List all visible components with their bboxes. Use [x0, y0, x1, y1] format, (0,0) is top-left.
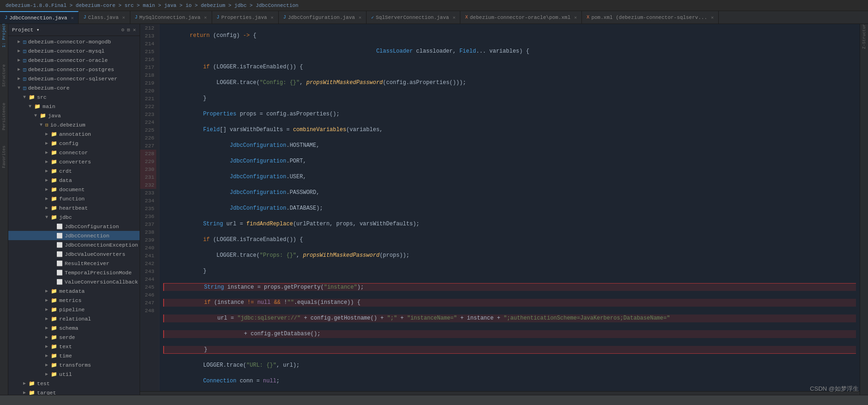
structure-panel-icon[interactable]: Structure [0, 66, 8, 85]
module-icon: ◫ [23, 39, 26, 45]
line-num-247: 247 [140, 299, 156, 307]
sidebar-item-jdbc[interactable]: ▼ 📁 jdbc [8, 212, 140, 222]
tab-java-icon2: J [83, 15, 86, 20]
sidebar-item-metrics[interactable]: ▶ 📁 metrics [8, 296, 140, 305]
tab-sqlserver[interactable]: ✓ SqlServerConnection.java ✕ [367, 11, 461, 24]
tab-oracle-pom[interactable]: X debezium-connector-oracle\pom.xml ✕ [460, 11, 582, 24]
sidebar-item-label: serde [59, 334, 75, 340]
sidebar-item-util[interactable]: ▶ 📁 util [8, 369, 140, 379]
sidebar-item-metadata[interactable]: ▶ 📁 metadata [8, 286, 140, 296]
tab-close-icon3[interactable]: ✕ [204, 15, 207, 20]
arrow-icon: ▶ [45, 140, 51, 146]
sidebar-item-jdbcconfiguration[interactable]: ⬜ JdbcConfiguration [8, 222, 140, 231]
folder-icon: 📁 [51, 371, 57, 377]
sidebar-item-connector-oracle[interactable]: ▶ ◫ debezium-connector-oracle [8, 55, 140, 65]
sidebar-item-resultreceiver[interactable]: ⬜ ResultReceiver [8, 259, 140, 268]
line-num-226: 226 [140, 134, 156, 142]
sidebar-item-main[interactable]: ▼ 📁 main [8, 102, 140, 111]
sidebar-header: Project ▾ ⚙ ⊞ ✕ [8, 24, 140, 36]
line-num-217: 217 [140, 63, 156, 71]
sidebar-item-label: io.debezium [50, 122, 86, 128]
editor-scroll[interactable]: 212 213 214 215 216 217 218 219 220 221 … [140, 24, 860, 391]
sidebar-item-jdbcvalueconverters[interactable]: ⬜ JdbcValueConverters [8, 249, 140, 259]
sidebar-item-label: metrics [59, 297, 81, 303]
project-panel-icon[interactable]: 1: Project [0, 26, 8, 44]
sidebar-close-icon[interactable]: ✕ [133, 27, 136, 33]
sidebar-item-connector-sqlserver[interactable]: ▶ ◫ debezium-connector-sqlserver [8, 74, 140, 83]
sidebar-item-converters[interactable]: ▶ 📁 converters [8, 157, 140, 166]
sidebar-settings-icon[interactable]: ⚙ [121, 27, 124, 33]
sidebar-item-crdt[interactable]: ▶ 📁 crdt [8, 166, 140, 175]
sidebar-item-jdbcconnection[interactable]: ⬜ JdbcConnection [8, 231, 140, 240]
tab-jdbcconnection[interactable]: J JdbcConnection.java ✕ [0, 11, 79, 24]
tab-mysqlconn[interactable]: J MySqlConnection.java ✕ [130, 11, 212, 24]
tab-class[interactable]: J Class.java ✕ [79, 11, 130, 24]
tab-close-icon7[interactable]: ✕ [574, 15, 577, 20]
sidebar-item-label: document [59, 187, 85, 193]
sidebar-item-connector[interactable]: ▶ 📁 connector [8, 148, 140, 157]
sidebar-item-relational[interactable]: ▶ 📁 relational [8, 314, 140, 323]
sidebar-item-function[interactable]: ▶ 📁 function [8, 194, 140, 203]
sidebar-item-jdbcconnectionexception[interactable]: ⬜ JdbcConnectionException [8, 240, 140, 249]
line-num-225: 225 [140, 126, 156, 134]
code-line-232: } [163, 346, 856, 354]
main-layout: 1: Project Structure Persistence Favorit… [0, 24, 868, 395]
sidebar-item-connector-mongodb[interactable]: ▶ ◫ debezium-connector-mongodb [8, 37, 140, 46]
line-num-248: 248 [140, 307, 156, 314]
horizontal-scrollbar[interactable] [140, 391, 860, 395]
sidebar-item-debezium-core[interactable]: ▼ ◫ debezium-core [8, 83, 140, 92]
sidebar-item-src[interactable]: ▼ 📁 src [8, 92, 140, 102]
sidebar-item-text[interactable]: ▶ 📁 text [8, 342, 140, 351]
sidebar-item-annotation[interactable]: ▶ 📁 annotation [8, 129, 140, 139]
sidebar-item-temporalprecisionmode[interactable]: ⬜ TemporalPrecisionMode [8, 268, 140, 277]
sidebar-item-data[interactable]: ▶ 📁 data [8, 175, 140, 185]
folder-icon: 📁 [29, 381, 35, 387]
sidebar-item-config[interactable]: ▶ 📁 config [8, 139, 140, 148]
tab-close-icon[interactable]: ✕ [71, 15, 73, 21]
sidebar-item-time[interactable]: ▶ 📁 time [8, 351, 140, 360]
arrow-icon: ▶ [45, 187, 51, 192]
sidebar-item-connector-postgres[interactable]: ▶ ◫ debezium-connector-postgres [8, 65, 140, 74]
java-class-icon-active: ⬜ [56, 233, 63, 239]
sidebar-item-pipeline[interactable]: ▶ 📁 pipeline [8, 305, 140, 314]
arrow-icon: ▶ [18, 39, 23, 44]
sidebar-expand-icon[interactable]: ⊞ [127, 27, 130, 33]
sidebar-item-valueconversioncallback[interactable]: ⬜ ValueConversionCallback [8, 277, 140, 286]
favorites-panel-icon[interactable]: Favorites [0, 148, 8, 166]
sidebar-item-java[interactable]: ▼ 📁 java [8, 111, 140, 120]
tab-sqlserv-pom[interactable]: X pom.xml (debezium-connector-sqlserv...… [582, 11, 719, 24]
arrow-icon: ▶ [45, 325, 51, 331]
tab-close-icon2[interactable]: ✕ [122, 15, 125, 20]
folder-icon: 📁 [51, 150, 57, 156]
tab-jdbcconfig[interactable]: J JdbcConfiguration.java ✕ [279, 11, 367, 24]
right-panel-icon[interactable]: Z-Structure [861, 26, 868, 44]
tab-close-icon6[interactable]: ✕ [452, 15, 455, 20]
editor-content: 212 213 214 215 216 217 218 219 220 221 … [140, 24, 860, 391]
sidebar-item-transforms[interactable]: ▶ 📁 transforms [8, 360, 140, 369]
tab-java-icon: J [5, 15, 7, 20]
line-num-243: 243 [140, 267, 156, 275]
arrow-icon: ▶ [45, 353, 51, 358]
sidebar-item-document[interactable]: ▶ 📁 document [8, 185, 140, 194]
arrow-icon: ▶ [23, 381, 29, 386]
tab-xml-icon: X [465, 15, 468, 20]
arrow-icon: ▶ [45, 344, 51, 349]
sidebar-item-io-debezium[interactable]: ▼ ⊡ io.debezium [8, 120, 140, 129]
tab-properties[interactable]: J Properties.java ✕ [212, 11, 279, 24]
sidebar-item-test[interactable]: ▶ 📁 test [8, 379, 140, 388]
folder-icon: 📁 [51, 177, 57, 183]
persistence-panel-icon[interactable]: Persistence [0, 107, 8, 126]
sidebar-item-schema[interactable]: ▶ 📁 schema [8, 323, 140, 332]
tab-close-icon8[interactable]: ✕ [711, 15, 714, 20]
tab-close-icon5[interactable]: ✕ [359, 15, 361, 20]
tab-close-icon4[interactable]: ✕ [271, 15, 274, 20]
sidebar-item-target[interactable]: ▶ 📁 target [8, 388, 140, 395]
sidebar-item-label: main [43, 103, 55, 109]
sidebar-item-label: metadata [59, 288, 85, 294]
sidebar-item-connector-mysql[interactable]: ▶ ◫ debezium-connector-mysql [8, 46, 140, 55]
arrow-icon: ▶ [45, 371, 51, 377]
sidebar-item-serde[interactable]: ▶ 📁 serde [8, 332, 140, 342]
code-area[interactable]: return (config) -> { ClassLoader classlo… [159, 24, 860, 391]
sidebar-item-heartbeat[interactable]: ▶ 📁 heartbeat [8, 203, 140, 212]
tab-label: JdbcConnection.java [9, 15, 67, 21]
